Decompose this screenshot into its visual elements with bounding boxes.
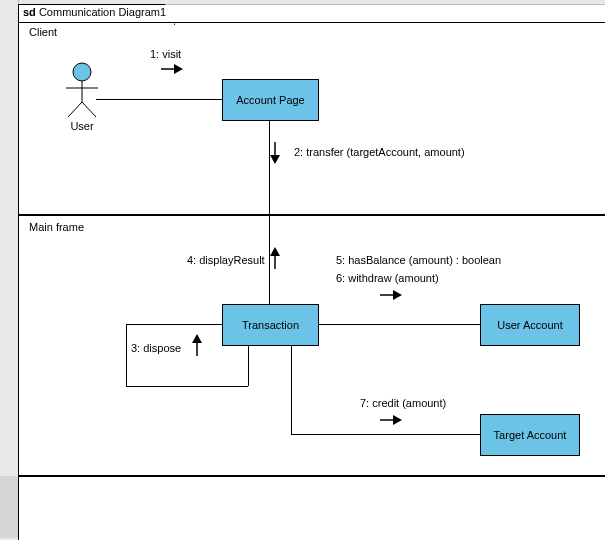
partition-divider xyxy=(19,214,605,216)
link-transaction-targetaccount-v xyxy=(291,345,292,434)
link-transaction-targetaccount-h xyxy=(291,434,480,435)
message-4: 4: displayResult xyxy=(187,254,265,266)
svg-line-3 xyxy=(68,102,82,117)
link-self-top xyxy=(126,324,222,325)
node-user-account[interactable]: User Account xyxy=(480,304,580,346)
message-5: 5: hasBalance (amount) : boolean xyxy=(336,254,501,266)
tab-title: Communication Diagram1 xyxy=(39,6,166,18)
arrow-icon xyxy=(159,63,183,75)
actor-label: User xyxy=(57,120,107,132)
message-1: 1: visit xyxy=(150,48,181,60)
svg-point-0 xyxy=(73,63,91,81)
svg-line-4 xyxy=(82,102,96,117)
diagram-canvas: sd Communication Diagram1 Client Main fr… xyxy=(0,0,605,540)
arrow-icon xyxy=(185,340,209,352)
ruler-left xyxy=(0,0,19,540)
link-self-right xyxy=(248,345,249,386)
partition-divider xyxy=(19,475,605,477)
message-7: 7: credit (amount) xyxy=(360,397,446,409)
message-3: 3: dispose xyxy=(131,342,181,354)
link-self-v xyxy=(126,324,127,386)
arrow-icon xyxy=(263,146,287,158)
link-transaction-useraccount xyxy=(318,324,480,325)
node-target-account[interactable]: Target Account xyxy=(480,414,580,456)
actor-icon xyxy=(62,62,102,118)
partition-label-client: Client xyxy=(29,26,57,38)
message-6: 6: withdraw (amount) xyxy=(336,272,439,284)
arrow-icon xyxy=(378,414,402,426)
arrow-icon xyxy=(378,289,402,301)
partition-label-mainframe: Main frame xyxy=(29,221,84,233)
node-transaction[interactable]: Transaction xyxy=(222,304,319,346)
link-user-accountpage xyxy=(96,99,222,100)
ruler-segment xyxy=(0,476,18,538)
actor-user[interactable]: User xyxy=(57,62,107,132)
arrow-icon xyxy=(263,253,287,265)
message-2: 2: transfer (targetAccount, amount) xyxy=(294,146,465,158)
node-account-page[interactable]: Account Page xyxy=(222,79,319,121)
tab-prefix: sd xyxy=(23,6,36,18)
link-self-bottom xyxy=(126,386,248,387)
